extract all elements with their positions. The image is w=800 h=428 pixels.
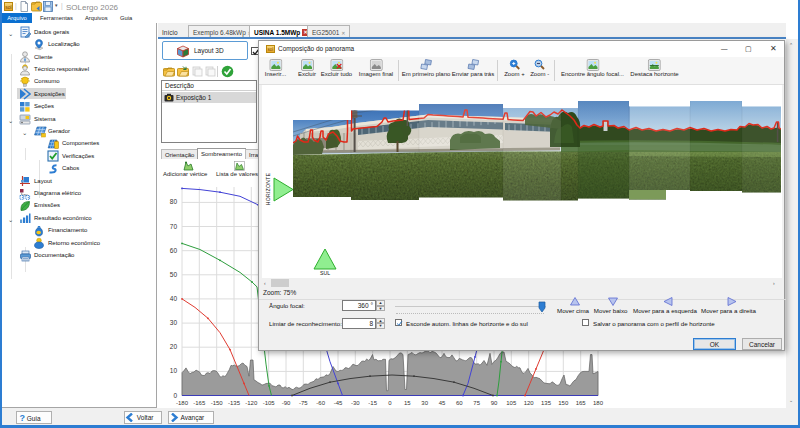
svg-text:-180: -180 <box>176 400 189 406</box>
svg-text:60: 60 <box>170 247 178 254</box>
svg-text:60: 60 <box>456 400 463 406</box>
svg-text:165: 165 <box>576 400 587 406</box>
svg-text:-165: -165 <box>193 400 206 406</box>
svg-text:-15: -15 <box>368 400 377 406</box>
svg-text:70: 70 <box>170 223 178 230</box>
svg-text:45: 45 <box>439 400 446 406</box>
svg-text:150: 150 <box>558 400 569 406</box>
svg-text:-150: -150 <box>211 400 224 406</box>
svg-text:SUL: SUL <box>320 270 330 276</box>
svg-text:-30: -30 <box>351 400 360 406</box>
svg-text:-45: -45 <box>334 400 343 406</box>
svg-text:80: 80 <box>170 198 178 205</box>
svg-text:30: 30 <box>421 400 428 406</box>
svg-text:50: 50 <box>170 271 178 278</box>
svg-text:-135: -135 <box>228 400 241 406</box>
svg-text:-105: -105 <box>263 400 276 406</box>
svg-text:10: 10 <box>170 367 178 374</box>
svg-text:0: 0 <box>173 392 177 399</box>
svg-text:0: 0 <box>388 400 392 406</box>
svg-text:15: 15 <box>404 400 411 406</box>
svg-text:-120: -120 <box>245 400 258 406</box>
svg-text:20: 20 <box>170 343 178 350</box>
svg-text:120: 120 <box>524 400 535 406</box>
svg-text:-60: -60 <box>316 400 325 406</box>
svg-text:180: 180 <box>593 400 604 406</box>
svg-text:90: 90 <box>491 400 498 406</box>
svg-text:135: 135 <box>541 400 552 406</box>
svg-text:HORIZONTE: HORIZONTE <box>265 172 271 205</box>
svg-text:-90: -90 <box>282 400 291 406</box>
svg-text:75: 75 <box>473 400 480 406</box>
svg-text:-75: -75 <box>299 400 308 406</box>
svg-text:30: 30 <box>170 319 178 326</box>
svg-text:40: 40 <box>170 295 178 302</box>
svg-text:105: 105 <box>506 400 517 406</box>
